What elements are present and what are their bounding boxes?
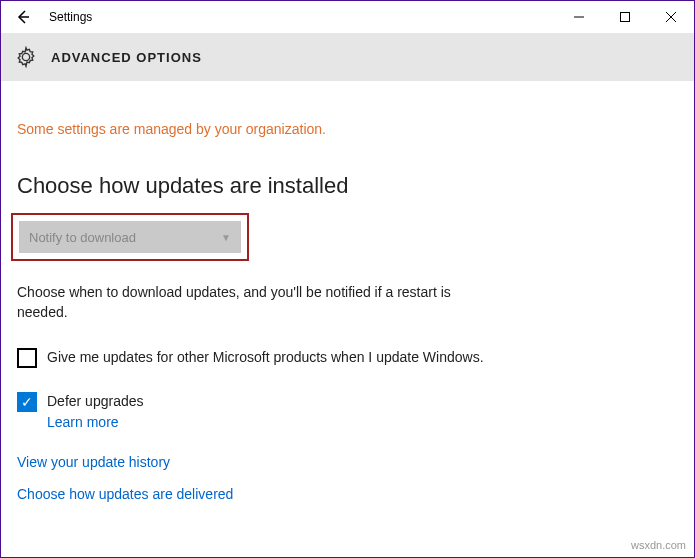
managed-by-org-notice: Some settings are managed by your organi…	[17, 121, 678, 137]
header-bar: ADVANCED OPTIONS	[1, 33, 694, 81]
dropdown-highlight-box: Notify to download ▼	[11, 213, 249, 261]
back-button[interactable]	[1, 1, 45, 33]
titlebar: Settings	[1, 1, 694, 33]
minimize-button[interactable]	[556, 1, 602, 33]
defer-upgrades-row: ✓ Defer upgrades Learn more	[17, 392, 497, 430]
window-title: Settings	[45, 10, 92, 24]
other-products-row: Give me updates for other Microsoft prod…	[17, 348, 497, 368]
content-area: Some settings are managed by your organi…	[1, 81, 694, 502]
defer-upgrades-label: Defer upgrades	[47, 392, 144, 412]
other-products-label: Give me updates for other Microsoft prod…	[47, 348, 484, 368]
defer-learn-more-link[interactable]: Learn more	[47, 414, 144, 430]
other-products-checkbox[interactable]	[17, 348, 37, 368]
defer-upgrades-checkbox[interactable]: ✓	[17, 392, 37, 412]
maximize-button[interactable]	[602, 1, 648, 33]
gear-icon	[15, 46, 37, 68]
svg-rect-2	[621, 13, 630, 22]
window-controls	[556, 1, 694, 33]
maximize-icon	[620, 12, 630, 22]
page-title: ADVANCED OPTIONS	[51, 50, 202, 65]
close-button[interactable]	[648, 1, 694, 33]
section-heading: Choose how updates are installed	[17, 173, 678, 199]
watermark: wsxdn.com	[631, 539, 686, 551]
view-update-history-link[interactable]: View your update history	[17, 454, 678, 470]
update-mode-description: Choose when to download updates, and you…	[17, 283, 457, 322]
chevron-down-icon: ▼	[221, 232, 231, 243]
dropdown-selected-label: Notify to download	[29, 230, 136, 245]
update-mode-dropdown[interactable]: Notify to download ▼	[19, 221, 241, 253]
update-delivery-link[interactable]: Choose how updates are delivered	[17, 486, 678, 502]
back-arrow-icon	[15, 9, 31, 25]
close-icon	[666, 12, 676, 22]
minimize-icon	[574, 12, 584, 22]
